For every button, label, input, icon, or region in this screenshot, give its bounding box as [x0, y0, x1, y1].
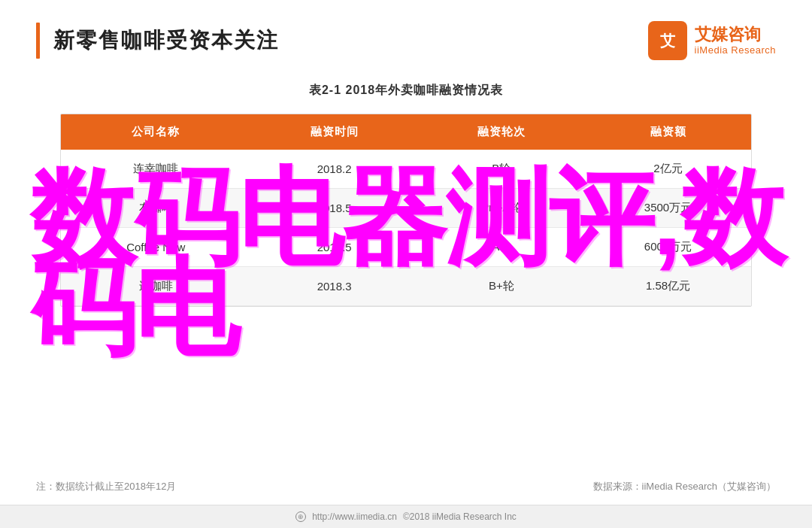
cell-time-1: 2018.5: [250, 189, 417, 228]
cell-time-3: 2018.3: [250, 267, 417, 306]
table-row: Coffee Now 2018.5 A轮 6000万元: [61, 228, 751, 267]
col-round: 融资轮次: [418, 114, 585, 150]
logo-icon-text: 艾: [660, 31, 675, 51]
cell-name-2: Coffee Now: [61, 228, 250, 267]
table-header: 公司名称 融资时间 融资轮次 融资额: [61, 114, 751, 150]
table-row: 连咖啡 2018.3 B+轮 1.58亿元: [61, 267, 751, 306]
cell-time-2: 2018.5: [250, 228, 417, 267]
col-name: 公司名称: [61, 114, 250, 150]
footer-source-text: 数据来源：iiMedia Research（艾媒咨询）: [593, 480, 776, 493]
cell-amount-3: 1.58亿元: [585, 267, 751, 306]
footer-copyright: ©2018 iiMedia Research Inc: [403, 511, 517, 522]
data-table: 公司名称 融资时间 融资轮次 融资额 连幸咖啡 2018.2 B轮 2亿元 友咖…: [61, 114, 751, 306]
table-body: 连幸咖啡 2018.2 B轮 2亿元 友咖啡 2018.5 Pre-A轮 350…: [61, 150, 751, 306]
logo-text: 艾媒咨询 iiMedia Research: [695, 26, 776, 55]
globe-icon: ⊕: [295, 511, 306, 522]
main-content: 表2-1 2018年外卖咖啡融资情况表 公司名称 融资时间 融资轮次 融资额 连…: [0, 75, 812, 322]
table-header-row: 公司名称 融资时间 融资轮次 融资额: [61, 114, 751, 150]
footer-url: http://www.iimedia.cn: [312, 511, 397, 522]
title-accent-bar: [36, 23, 40, 59]
cell-round-2: A轮: [418, 228, 585, 267]
table-row: 友咖啡 2018.5 Pre-A轮 3500万元: [61, 189, 751, 228]
cell-time-0: 2018.2: [250, 150, 417, 189]
table-title: 表2-1 2018年外卖咖啡融资情况表: [60, 83, 752, 99]
cell-name-0: 连幸咖啡: [61, 150, 250, 189]
title-section: 新零售咖啡受资本关注: [36, 23, 279, 59]
logo-en: iiMedia Research: [695, 44, 776, 56]
logo-section: 艾 艾媒咨询 iiMedia Research: [648, 21, 776, 60]
col-amount: 融资额: [585, 114, 751, 150]
cell-amount-0: 2亿元: [585, 150, 751, 189]
footer-bottom: ⊕ http://www.iimedia.cn ©2018 iiMedia Re…: [0, 505, 812, 528]
col-time: 融资时间: [250, 114, 417, 150]
header: 新零售咖啡受资本关注 艾 艾媒咨询 iiMedia Research: [0, 0, 812, 75]
footer: 注：数据统计截止至2018年12月 数据来源：iiMedia Research（…: [0, 469, 812, 528]
cell-name-1: 友咖啡: [61, 189, 250, 228]
table-row: 连幸咖啡 2018.2 B轮 2亿元: [61, 150, 751, 189]
page-title: 新零售咖啡受资本关注: [53, 26, 279, 55]
footer-note-text: 注：数据统计截止至2018年12月: [36, 480, 176, 493]
cell-round-0: B轮: [418, 150, 585, 189]
footer-note-section: 注：数据统计截止至2018年12月 数据来源：iiMedia Research（…: [0, 469, 812, 505]
cell-amount-1: 3500万元: [585, 189, 751, 228]
logo-icon: 艾: [648, 21, 687, 60]
table-wrapper: 公司名称 融资时间 融资轮次 融资额 连幸咖啡 2018.2 B轮 2亿元 友咖…: [60, 114, 752, 307]
cell-round-3: B+轮: [418, 267, 585, 306]
cell-round-1: Pre-A轮: [418, 189, 585, 228]
cell-amount-2: 6000万元: [585, 228, 751, 267]
logo-cn: 艾媒咨询: [695, 26, 776, 44]
cell-name-3: 连咖啡: [61, 267, 250, 306]
